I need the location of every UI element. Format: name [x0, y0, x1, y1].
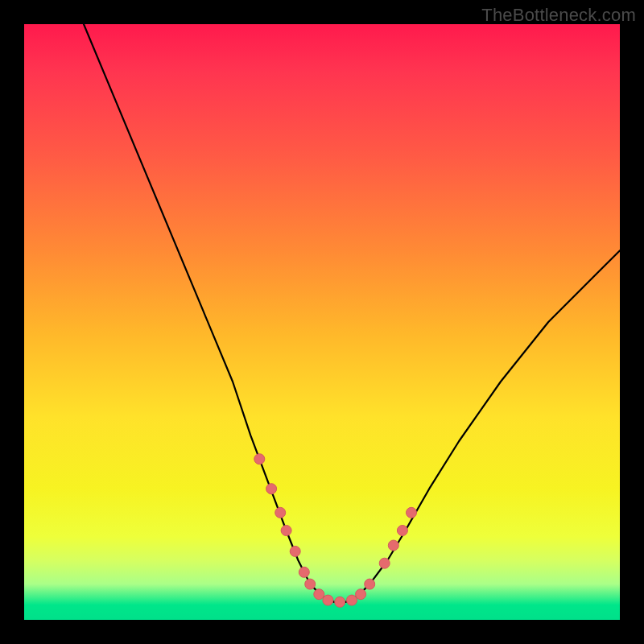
marker-dot — [299, 567, 309, 577]
chart-frame: TheBottleneck.com — [0, 0, 644, 644]
marker-dot — [290, 546, 300, 556]
marker-dot — [379, 558, 390, 568]
curve-layer — [84, 24, 620, 602]
chart-svg — [24, 24, 620, 620]
marker-dot — [356, 589, 366, 600]
marker-dot — [397, 526, 407, 536]
marker-layer — [254, 454, 417, 608]
marker-dot — [365, 579, 375, 589]
main-curve — [84, 24, 620, 602]
marker-dot — [275, 507, 286, 518]
marker-dot — [335, 597, 345, 607]
plot-area — [24, 24, 620, 620]
marker-dot — [407, 507, 417, 518]
marker-dot — [388, 540, 398, 551]
marker-dot — [281, 526, 291, 536]
marker-dot — [314, 589, 324, 600]
marker-dot — [347, 595, 357, 605]
marker-dot — [323, 595, 333, 605]
marker-dot — [266, 484, 277, 494]
marker-dot — [254, 454, 265, 464]
watermark-text: TheBottleneck.com — [481, 5, 636, 26]
marker-dot — [305, 579, 316, 589]
